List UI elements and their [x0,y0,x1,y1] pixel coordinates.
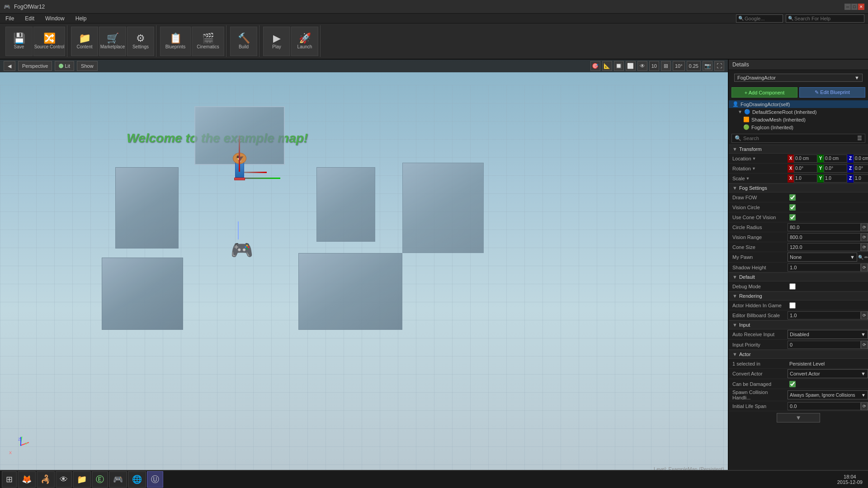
initial-life-span-input[interactable] [788,402,861,410]
rotation-z-input[interactable] [854,164,868,173]
can-be-damaged-checkbox[interactable] [789,381,796,387]
menu-edit[interactable]: Edit [23,14,36,23]
scroll-down-button[interactable]: ▼ [777,413,820,422]
taskbar-ue4-button[interactable]: Ⓤ [147,471,163,488]
scale-y-input[interactable] [824,174,847,183]
location-dropdown-icon[interactable]: ▼ [752,156,756,161]
grid-snap-icon[interactable]: ⊞ [661,61,671,71]
fog-settings-section-header[interactable]: ▼ Fog Settings [729,183,868,192]
vision-circle-checkbox[interactable] [789,204,796,211]
build-button[interactable]: 🔨 Build [230,27,257,56]
rotation-x-input[interactable] [794,164,817,173]
taskbar-app4-button[interactable]: Ⓔ [92,471,108,488]
spawn-collision-dropdown[interactable]: Always Spawn, Ignore Collisions ▼ [788,390,868,399]
my-pawn-dropdown[interactable]: None ▼ [788,253,857,262]
actor-hidden-checkbox[interactable] [789,302,796,309]
marketplace-button[interactable]: 🛒 Marketplace [99,27,126,56]
close-button[interactable]: ✕ [858,4,864,10]
comp-shadow-mesh[interactable]: 🟧 ShadowMesh (Inherited) [740,116,868,123]
content-button[interactable]: 📁 Content [71,27,98,56]
play-button[interactable]: ▶ Play [263,27,290,56]
circle-radius-spin[interactable]: ⟳ [861,223,868,231]
rendering-section-header[interactable]: ▼ Rendering [729,291,868,300]
taskbar-files-button[interactable]: 📁 [73,471,91,488]
menu-window[interactable]: Window [43,14,66,23]
help-search-input[interactable] [794,16,862,21]
save-button[interactable]: 💾 Save [5,27,33,56]
actor-selector[interactable]: FogDrawingActor ▼ [734,74,863,82]
source-control-button[interactable]: 🔀 Source Control [33,27,65,56]
vp-icon-3[interactable]: 🔲 [614,61,624,71]
scene-viewport[interactable]: Welcome to the example map! 🦅 [0,72,728,475]
input-priority-input[interactable] [788,341,861,349]
taskbar-app3-button[interactable]: 👁 [56,471,72,488]
add-component-button[interactable]: + Add Component [731,87,797,98]
details-search-input[interactable] [743,136,855,141]
shadow-height-spin[interactable]: ⟳ [861,263,868,272]
perspective-label-button[interactable]: Perspective [18,61,52,71]
vision-range-input[interactable] [788,233,861,241]
rotation-y-input[interactable] [824,164,847,173]
camera-icon[interactable]: 📷 [703,61,712,71]
convert-actor-dropdown[interactable]: Convert Actor ▼ [788,369,868,378]
scale-z-input[interactable] [854,174,868,183]
location-label[interactable]: Location ▼ [729,156,788,161]
menu-help[interactable]: Help [74,14,89,23]
my-pawn-search-icon[interactable]: 🔍 [858,255,863,260]
rotation-label[interactable]: Rotation ▼ [729,166,788,171]
draw-fow-checkbox[interactable] [789,194,796,201]
shadow-height-input[interactable] [788,263,861,272]
billboard-scale-spin[interactable]: ⟳ [861,311,868,319]
rotation-y-label: Y [817,164,824,173]
location-z-input[interactable] [854,155,868,163]
vp-icon-5[interactable]: 👁 [637,61,647,71]
initial-life-span-spin[interactable]: ⟳ [861,402,868,410]
comp-fog-icon[interactable]: 🟢 FogIcon (Inherited) [740,123,868,131]
viewport-perspective-button[interactable]: ◀ [4,61,15,71]
input-section-header[interactable]: ▼ Input [729,320,868,329]
scale-dropdown-icon[interactable]: ▼ [746,176,750,181]
maximize-button[interactable]: □ [851,4,858,10]
minimize-button[interactable]: ─ [844,4,851,10]
vision-range-spin[interactable]: ⟳ [861,233,868,241]
vp-icon-2[interactable]: 📐 [602,61,612,71]
taskbar-firefox-button[interactable]: 🦊 [18,471,36,488]
cinematics-button[interactable]: 🎬 Cinematics [192,27,224,56]
actor-section-header[interactable]: ▼ Actor [729,350,868,359]
debug-mode-checkbox[interactable] [789,283,796,290]
show-button[interactable]: Show [77,61,98,71]
rotation-dropdown-icon[interactable]: ▼ [752,166,756,171]
menu-file[interactable]: File [4,14,16,23]
comp-default-scene-root[interactable]: ▼ 🔵 DefaultSceneRoot (Inherited) [734,108,868,116]
default-section-header[interactable]: ▼ Default [729,272,868,282]
use-cone-checkbox[interactable] [789,214,796,221]
location-x-input[interactable] [794,155,817,163]
blueprints-button[interactable]: 📋 Blueprints [160,27,191,56]
taskbar-windows-button[interactable]: ⊞ [2,471,17,488]
maximize-viewport-icon[interactable]: ⛶ [714,61,724,71]
taskbar-app2-button[interactable]: 🦂 [37,471,55,488]
taskbar-app5-button[interactable]: 🎮 [109,471,127,488]
comp-self[interactable]: 👤 FogDrawingActor(self) [729,100,868,108]
lit-button[interactable]: Lit [55,61,74,71]
vp-icon-4[interactable]: ⬜ [626,61,636,71]
auto-receive-dropdown[interactable]: Disabled ▼ [788,330,868,339]
location-y-input[interactable] [824,155,847,163]
details-search-menu-icon[interactable]: ☰ [857,135,862,141]
scale-label[interactable]: Scale ▼ [729,176,788,181]
cone-size-spin[interactable]: ⟳ [861,243,868,251]
viewport[interactable]: ◀ Perspective Lit Show 🎯 📐 🔲 ⬜ 👁 10 ⊞ 10… [0,60,728,475]
settings-button[interactable]: ⚙ Settings [127,27,154,56]
circle-radius-input[interactable] [788,223,861,231]
scale-x-input[interactable] [794,174,817,183]
my-pawn-edit-icon[interactable]: ✏ [864,255,868,260]
cone-size-input[interactable] [788,243,861,251]
launch-button[interactable]: 🚀 Launch [291,27,318,56]
taskbar-chrome-button[interactable]: 🌐 [128,471,146,488]
input-priority-spin[interactable]: ⟳ [861,341,868,349]
transform-section-header[interactable]: ▼ Transform [729,145,868,154]
vp-icon-1[interactable]: 🎯 [590,61,600,71]
billboard-scale-input[interactable] [788,311,861,319]
edit-blueprint-button[interactable]: ✎ Edit Blueprint [799,87,865,98]
google-search-input[interactable] [745,16,781,21]
